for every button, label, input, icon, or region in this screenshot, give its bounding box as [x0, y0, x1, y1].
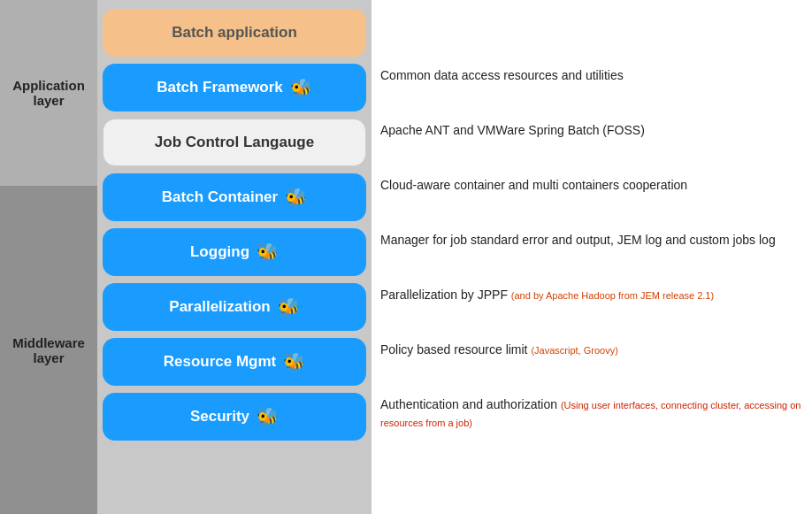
bee-icon-batch-container: 🐝 — [285, 187, 307, 208]
layer-labels: Application layer Middleware layer — [0, 0, 97, 514]
desc-text-resource-mgmt-small: (Javascript, Groovy) — [531, 345, 617, 356]
desc-text-batch-framework: Common data access resources and utiliti… — [380, 67, 624, 85]
box-label-batch-container: Batch Container — [162, 188, 278, 206]
desc-text-parallelization-small: (and by Apache Hadoop from JEM release 2… — [511, 290, 714, 301]
desc-batch-application — [380, 9, 803, 57]
application-layer-label: Application layer — [0, 0, 97, 186]
desc-text-security-main: Authentication and authorization — [380, 397, 557, 411]
desc-job-control: Apache ANT and VMWare Spring Batch (FOSS… — [380, 119, 803, 166]
desc-batch-framework: Common data access resources and utiliti… — [380, 64, 803, 111]
desc-logging: Manager for job standard error and outpu… — [380, 228, 803, 276]
bee-icon-batch-framework: 🐝 — [290, 77, 312, 98]
desc-parallelization: Parallelization by JPPF (and by Apache H… — [380, 283, 803, 331]
bee-icon-logging: 🐝 — [257, 242, 279, 263]
box-label-job-control: Job Control Langauge — [155, 134, 314, 151]
box-security: Security 🐝 — [103, 393, 366, 441]
main-container: Application layer Middleware layer Batch… — [0, 0, 812, 514]
desc-text-job-control: Apache ANT and VMWare Spring Batch (FOSS… — [380, 122, 645, 140]
desc-resource-mgmt: Policy based resource limit (Javascript,… — [380, 338, 803, 386]
box-batch-container: Batch Container 🐝 — [103, 173, 366, 221]
box-resource-mgmt: Resource Mgmt 🐝 — [103, 338, 366, 386]
bee-icon-parallelization: 🐝 — [278, 296, 300, 318]
descriptions: Common data access resources and utiliti… — [372, 0, 812, 514]
desc-text-resource-mgmt-main: Policy based resource limit — [380, 342, 528, 357]
box-label-batch-framework: Batch Framework — [157, 79, 283, 96]
desc-text-parallelization-main: Parallelization by JPPF — [380, 288, 508, 302]
box-label-parallelization: Parallelization — [169, 298, 270, 316]
desc-security: Authentication and authorization (Using … — [380, 393, 803, 441]
box-batch-application: Batch application — [103, 9, 366, 57]
bee-icon-resource-mgmt: 🐝 — [283, 351, 305, 372]
box-label-resource-mgmt: Resource Mgmt — [164, 353, 277, 371]
box-batch-framework: Batch Framework 🐝 — [103, 64, 366, 111]
middleware-layer-label: Middleware layer — [0, 186, 97, 514]
box-label-security: Security — [190, 408, 249, 426]
bee-icon-security: 🐝 — [257, 406, 279, 427]
box-label-batch-application: Batch application — [172, 24, 297, 42]
box-parallelization: Parallelization 🐝 — [103, 283, 366, 331]
desc-text-logging: Manager for job standard error and outpu… — [380, 232, 776, 249]
desc-text-batch-container: Cloud-aware container and multi containe… — [380, 177, 687, 195]
box-label-logging: Logging — [190, 243, 249, 261]
box-job-control: Job Control Langauge — [103, 119, 366, 166]
center-boxes: Batch application Batch Framework 🐝 Job … — [97, 0, 372, 514]
box-logging: Logging 🐝 — [103, 228, 366, 276]
desc-batch-container: Cloud-aware container and multi containe… — [380, 173, 803, 221]
